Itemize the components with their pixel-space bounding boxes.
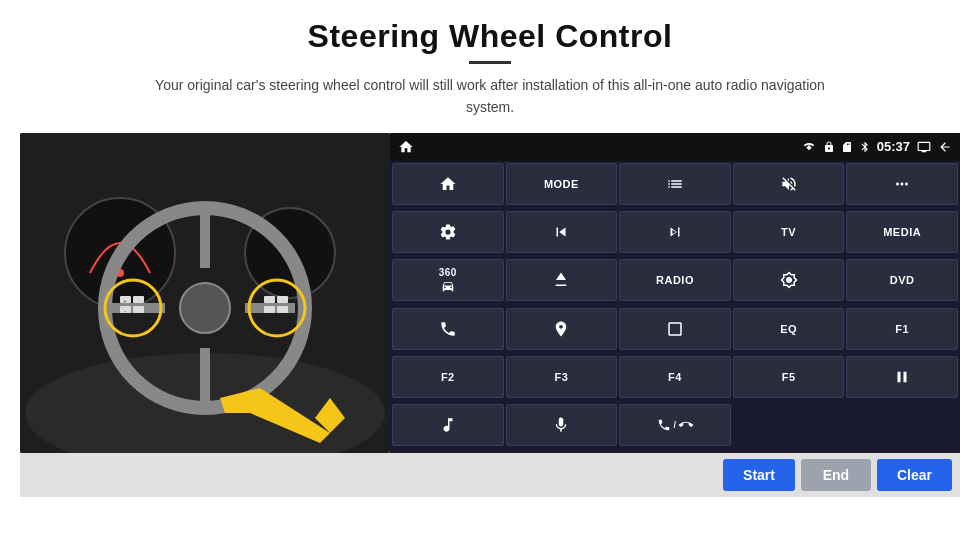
btn-eject[interactable]	[506, 259, 618, 301]
btn-home[interactable]	[392, 163, 504, 205]
back-icon	[938, 140, 952, 154]
home-status-icon	[398, 139, 414, 155]
btn-empty-2	[846, 404, 958, 446]
btn-360[interactable]: 360	[392, 259, 504, 301]
btn-eq[interactable]: EQ	[733, 308, 845, 350]
wifi-icon	[801, 141, 817, 153]
btn-360-text: 360	[439, 267, 457, 278]
btn-list[interactable]	[619, 163, 731, 205]
page-subtitle: Your original car's steering wheel contr…	[140, 74, 840, 119]
btn-mode[interactable]: MODE	[506, 163, 618, 205]
btn-phone[interactable]	[392, 308, 504, 350]
btn-tv[interactable]: TV	[733, 211, 845, 253]
start-button[interactable]: Start	[723, 459, 795, 491]
status-time: 05:37	[877, 139, 910, 154]
status-bar: 05:37	[390, 133, 960, 161]
steering-wheel-image: + -	[20, 133, 390, 453]
sd-icon	[841, 140, 853, 154]
btn-f2[interactable]: F2	[392, 356, 504, 398]
svg-rect-18	[133, 306, 144, 313]
btn-dvd[interactable]: DVD	[846, 259, 958, 301]
screen-icon	[916, 140, 932, 154]
radio-panel: 05:37 MODE	[390, 133, 960, 453]
btn-play-pause[interactable]	[846, 356, 958, 398]
title-divider	[469, 61, 511, 64]
btn-media[interactable]: MEDIA	[846, 211, 958, 253]
svg-point-10	[180, 283, 230, 333]
svg-rect-21	[277, 296, 288, 303]
btn-mic[interactable]	[506, 404, 618, 446]
status-bar-left	[398, 139, 414, 155]
btn-mute[interactable]	[733, 163, 845, 205]
bottom-bar: Start End Clear	[20, 453, 960, 497]
bluetooth-icon	[859, 140, 871, 154]
status-bar-right: 05:37	[801, 139, 952, 154]
btn-f1[interactable]: F1	[846, 308, 958, 350]
svg-text:+: +	[124, 298, 127, 304]
clear-button[interactable]: Clear	[877, 459, 952, 491]
btn-settings[interactable]	[392, 211, 504, 253]
svg-rect-17	[133, 296, 144, 303]
svg-rect-22	[277, 306, 288, 313]
btn-empty-1	[733, 404, 845, 446]
lock-icon	[823, 140, 835, 154]
btn-radio[interactable]: RADIO	[619, 259, 731, 301]
btn-f4[interactable]: F4	[619, 356, 731, 398]
btn-f5[interactable]: F5	[733, 356, 845, 398]
btn-next[interactable]	[619, 211, 731, 253]
btn-f3[interactable]: F3	[506, 356, 618, 398]
btn-prev[interactable]	[506, 211, 618, 253]
btn-screen-rect[interactable]	[619, 308, 731, 350]
svg-rect-20	[264, 306, 275, 313]
button-grid: MODE TV	[390, 161, 960, 453]
btn-brightness[interactable]	[733, 259, 845, 301]
btn-phone-end[interactable]: /	[619, 404, 731, 446]
btn-apps[interactable]	[846, 163, 958, 205]
end-button[interactable]: End	[801, 459, 871, 491]
btn-navi[interactable]	[506, 308, 618, 350]
page-title: Steering Wheel Control	[308, 18, 673, 55]
svg-rect-19	[264, 296, 275, 303]
btn-music[interactable]	[392, 404, 504, 446]
